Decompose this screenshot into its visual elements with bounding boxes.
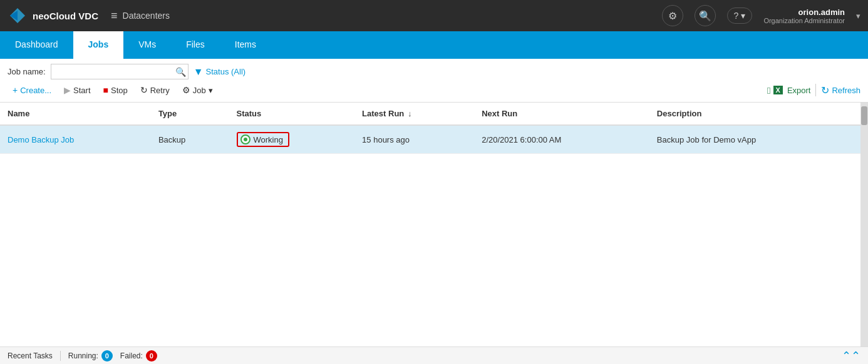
running-count-badge: 0 xyxy=(101,350,113,361)
retry-button[interactable]: ↻ Retry xyxy=(135,83,175,97)
col-name: Name xyxy=(0,103,151,125)
scrollbar-thumb[interactable] xyxy=(861,106,867,125)
col-next-run: Next Run xyxy=(474,103,649,125)
jobs-table: Name Type Status Latest Run ↓ Next Run D… xyxy=(0,103,860,154)
top-bar-right: ⚙ 🔍 ? ▾ orion.admin Organization Adminis… xyxy=(662,5,860,26)
help-label: ? xyxy=(734,11,739,21)
job-chevron-icon: ▾ xyxy=(209,86,213,95)
nav-section-label: Datacenters xyxy=(123,11,170,21)
filter-label: Status (All) xyxy=(206,67,246,76)
vertical-scrollbar[interactable] xyxy=(860,103,868,346)
failed-count-badge: 0 xyxy=(146,350,157,361)
export-button[interactable]:  X Export xyxy=(767,85,810,96)
table-row[interactable]: Demo Backup Job Backup Working 15 hours … xyxy=(0,125,860,154)
working-dot-inner xyxy=(244,138,247,141)
create-label: Create... xyxy=(20,86,51,95)
start-button[interactable]: ▶ Start xyxy=(59,83,95,97)
export-icon:  xyxy=(767,85,770,96)
search-row: Job name: 🔍 ▼ Status (All) xyxy=(8,64,860,79)
col-latest-run[interactable]: Latest Run ↓ xyxy=(354,103,474,125)
refresh-icon: ↻ xyxy=(821,84,829,96)
refresh-button[interactable]: ↻ Refresh xyxy=(821,84,860,96)
sort-icon: ↓ xyxy=(408,109,412,118)
job-next-run-cell: 2/20/2021 6:00:00 AM xyxy=(474,125,649,154)
col-status: Status xyxy=(229,103,355,125)
stop-button[interactable]: ■ Stop xyxy=(98,83,133,97)
tab-jobs[interactable]: Jobs xyxy=(73,31,124,59)
refresh-label: Refresh xyxy=(832,86,860,95)
col-type: Type xyxy=(151,103,229,125)
export-label: Export xyxy=(787,86,811,95)
excel-icon: X xyxy=(773,86,783,94)
app-name-label: neoCloud VDC xyxy=(33,11,98,21)
help-chevron-icon: ▾ xyxy=(741,11,745,21)
status-bar-divider xyxy=(60,351,61,361)
user-chevron-icon[interactable]: ▾ xyxy=(856,11,860,21)
job-menu-button[interactable]: ⚙ Job ▾ xyxy=(177,83,218,97)
gear-icon: ⚙ xyxy=(182,85,190,95)
filter-icon: ▼ xyxy=(194,66,204,78)
scroll-up-button[interactable]: ⌃⌃ xyxy=(842,349,860,363)
table-area: Name Type Status Latest Run ↓ Next Run D… xyxy=(0,103,860,346)
failed-section: Failed: 0 xyxy=(120,350,157,361)
job-type-cell: Backup xyxy=(151,125,229,154)
help-button[interactable]: ? ▾ xyxy=(727,8,753,24)
global-search-button[interactable]: 🔍 xyxy=(695,5,716,26)
settings-button[interactable]: ⚙ xyxy=(662,5,683,26)
running-section: Running: 0 xyxy=(68,350,113,361)
stop-label: Stop xyxy=(111,86,128,95)
search-label: Job name: xyxy=(8,67,46,76)
search-submit-button[interactable]: 🔍 xyxy=(175,67,186,77)
job-status-cell: Working xyxy=(229,125,355,154)
tab-bar: Dashboard Jobs VMs Files Items xyxy=(0,31,868,59)
retry-icon: ↻ xyxy=(140,85,148,95)
tab-items[interactable]: Items xyxy=(220,31,271,59)
job-description-cell: Backup Job for Demo vApp xyxy=(649,125,860,154)
running-label: Running: xyxy=(68,351,98,360)
main-content: Name Type Status Latest Run ↓ Next Run D… xyxy=(0,103,868,346)
retry-label: Retry xyxy=(150,86,170,95)
tab-vms[interactable]: VMs xyxy=(123,31,171,59)
create-button[interactable]: + Create... xyxy=(8,83,56,97)
job-name-search-input[interactable] xyxy=(51,64,189,79)
hamburger-icon[interactable]: ≡ xyxy=(111,9,118,23)
tab-dashboard[interactable]: Dashboard xyxy=(0,31,73,59)
status-bar: Recent Tasks Running: 0 Failed: 0 ⌃⌃ xyxy=(0,346,868,364)
status-working-label: Working xyxy=(254,135,283,144)
status-filter-button[interactable]: ▼ Status (All) xyxy=(194,66,245,78)
start-icon: ▶ xyxy=(64,85,71,95)
user-info[interactable]: orion.admin Organization Administrator xyxy=(763,8,845,24)
job-name-link[interactable]: Demo Backup Job xyxy=(8,135,74,144)
working-dot-icon xyxy=(240,134,251,144)
tab-files[interactable]: Files xyxy=(171,31,220,59)
start-label: Start xyxy=(73,86,90,95)
user-role: Organization Administrator xyxy=(763,17,845,24)
toolbar: Job name: 🔍 ▼ Status (All) + Create... ▶… xyxy=(0,59,868,103)
toolbar-divider xyxy=(815,84,816,96)
job-latest-run-cell: 15 hours ago xyxy=(354,125,474,154)
table-header-row: Name Type Status Latest Run ↓ Next Run D… xyxy=(0,103,860,125)
action-row: + Create... ▶ Start ■ Stop ↻ Retry ⚙ Job… xyxy=(8,83,860,97)
top-nav-bar: neoCloud VDC ≡ Datacenters ⚙ 🔍 ? ▾ orion… xyxy=(0,0,868,31)
col-description: Description xyxy=(649,103,860,125)
plus-icon: + xyxy=(13,85,18,95)
search-input-wrap: 🔍 xyxy=(51,64,189,79)
job-name-cell[interactable]: Demo Backup Job xyxy=(0,125,151,154)
app-logo[interactable]: neoCloud VDC xyxy=(8,6,98,26)
failed-label: Failed: xyxy=(120,351,143,360)
stop-icon: ■ xyxy=(103,85,108,95)
job-label: Job xyxy=(193,86,206,95)
status-working-badge: Working xyxy=(237,132,289,147)
recent-tasks-label: Recent Tasks xyxy=(8,351,53,360)
user-name: orion.admin xyxy=(798,8,845,17)
